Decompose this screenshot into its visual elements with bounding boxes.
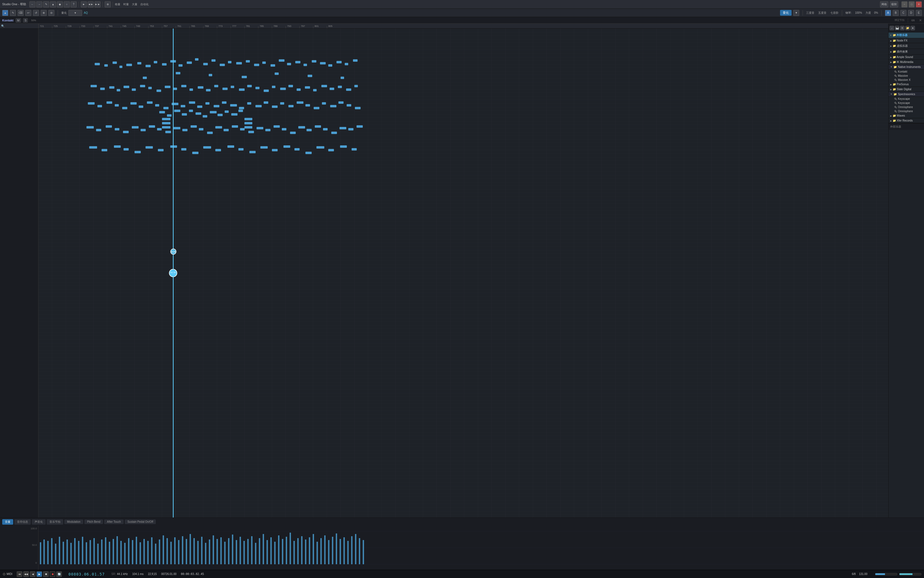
spectrasonics-section[interactable]: 📁 Spectrasonics — [888, 92, 924, 97]
piano-keys[interactable]: C5 C4 C3 C2 G5 — [0, 29, 38, 518]
pointer-btn[interactable]: ▲ — [50, 2, 56, 7]
virtual-inst-section[interactable]: 📁 虚拟乐器 — [888, 43, 924, 49]
tab-velocity[interactable]: 音量 — [2, 519, 13, 524]
arrow-tool[interactable]: ▲ — [2, 10, 8, 16]
ample-sound-section[interactable]: 📁 Ample Sound — [888, 55, 924, 60]
effects-section[interactable]: 📁 插件效果 — [888, 49, 924, 55]
transport-rewind[interactable]: ⏮ — [17, 572, 22, 577]
tab-sustain[interactable]: Sustain Pedal On/Off — [125, 520, 156, 524]
svg-rect-237 — [261, 146, 268, 148]
svg-rect-89 — [179, 64, 183, 67]
browser-icon-1[interactable]: ♪ — [890, 26, 894, 30]
grid-btn[interactable]: 网格 — [880, 2, 888, 7]
track-close-btn[interactable]: ✕ — [919, 18, 922, 22]
ik-icon: 📁 — [893, 60, 896, 63]
svg-rect-145 — [97, 105, 102, 107]
omnisphere-item2[interactable]: 🔌 Omnisphere — [888, 109, 924, 113]
keyscape-item1[interactable]: 🔌 Keyscape — [888, 97, 924, 101]
erase-tool[interactable]: ⌫ — [18, 10, 24, 16]
virtual-label: 虚拟乐器 — [897, 44, 908, 47]
quantize-dropdown[interactable]: ▼ — [68, 10, 82, 16]
tab-aftertouch[interactable]: After Touch — [104, 520, 123, 524]
note-B[interactable]: B — [893, 10, 899, 16]
ik-multimedia-section[interactable]: 📁 IK Multimedia — [888, 60, 924, 65]
quantize-apply-btn[interactable]: 量化 — [780, 10, 791, 16]
eraser-btn[interactable]: ◆ — [57, 2, 63, 7]
tab-beat[interactable]: 音乐节拍 — [47, 519, 63, 524]
note-A[interactable]: A — [885, 10, 891, 16]
svg-rect-79 — [95, 63, 100, 65]
solo-btn[interactable]: S — [23, 18, 28, 23]
svg-rect-201 — [191, 125, 197, 128]
help-btn[interactable]: ? — [71, 2, 77, 7]
forward-btn[interactable]: → — [36, 2, 42, 7]
snap-btn[interactable]: 吸附 — [890, 2, 898, 7]
transport-record[interactable]: ⏺ — [50, 572, 55, 577]
minimize-btn[interactable]: − — [901, 2, 908, 7]
zoom-btn[interactable]: ⊕ — [105, 2, 111, 7]
note-C[interactable]: C — [900, 10, 906, 16]
quantize-more-btn[interactable]: ▼ — [793, 10, 799, 16]
back-btn[interactable]: ← — [29, 2, 36, 7]
playhead[interactable]: 01:50 — [173, 29, 174, 518]
native-inst-section[interactable]: 📁 Native Instruments — [888, 65, 924, 70]
tab-note-info[interactable]: 音符信息 — [14, 519, 31, 524]
massive-x-item[interactable]: 🔌 Massive X — [888, 78, 924, 82]
node-fx-section[interactable]: 📁 Node FX — [888, 38, 924, 43]
omnisphere-item1[interactable]: 🔌 Omnisphere — [888, 105, 924, 109]
playhead-circle[interactable]: 01:50 — [170, 248, 176, 255]
play-btn[interactable]: ► — [81, 2, 87, 7]
transport-stop[interactable]: ⏹ — [43, 572, 49, 577]
xfer-section[interactable]: 📁 Xfer Records — [888, 118, 924, 123]
piano-grid-container[interactable]: 721 725 729 733 737 741 745 — [39, 24, 888, 518]
svg-rect-292 — [139, 542, 141, 564]
draw-tool[interactable]: ✎ — [10, 10, 16, 16]
window-controls: − □ ✕ — [901, 2, 922, 7]
undo-tool[interactable]: ↩ — [25, 10, 31, 16]
maximize-btn[interactable]: □ — [909, 2, 915, 7]
tab-pitch-bend[interactable]: Pitch Bend — [84, 520, 103, 524]
close-btn[interactable]: ✕ — [916, 2, 922, 7]
redo-tool[interactable]: ↺ — [33, 10, 39, 16]
browser-icon-5[interactable]: ★ — [911, 26, 915, 30]
mute-btn[interactable]: M — [16, 18, 21, 23]
notes-area[interactable]: 01:50 01:50 — [39, 29, 888, 518]
svg-rect-282 — [101, 539, 102, 564]
transport-back[interactable]: ◀ — [30, 572, 36, 577]
zoom-in-tool[interactable]: ⊕ — [40, 10, 47, 16]
transport-play[interactable]: ▶ — [37, 572, 42, 577]
svg-rect-328 — [278, 536, 280, 564]
presonus-section[interactable]: 📁 PreSonus — [888, 82, 924, 87]
select-btn[interactable]: ○ — [64, 2, 70, 7]
fast-forward-btn[interactable]: ►► — [94, 2, 100, 7]
tab-modulation[interactable]: Modulation — [64, 520, 83, 524]
velocity-bars-panel[interactable] — [39, 526, 924, 570]
status-tempo: 6/8 131.00 — [852, 573, 868, 576]
keyscape-item2[interactable]: 🔌 Keyscape — [888, 101, 924, 105]
svg-rect-283 — [105, 537, 106, 564]
note-E[interactable]: E — [916, 10, 922, 16]
tab-audio[interactable]: 声音化 — [32, 519, 45, 524]
spec-icon: 📁 — [893, 93, 897, 96]
svg-rect-334 — [301, 536, 303, 564]
vel-min-label: 0 — [36, 562, 37, 564]
svg-rect-288 — [124, 543, 126, 564]
browser-icon-2[interactable]: 🎹 — [895, 26, 899, 30]
transport-prev[interactable]: ◀◀ — [23, 572, 29, 577]
loop-btn[interactable]: ◄► — [87, 2, 94, 7]
svg-rect-240 — [295, 148, 299, 150]
zoom-out-tool[interactable]: ⊖ — [49, 10, 54, 16]
pencil-btn[interactable]: ✎ — [43, 2, 49, 7]
svg-rect-216 — [315, 125, 321, 128]
browser-icon-3[interactable]: ⚙ — [900, 26, 905, 30]
slate-digital-section[interactable]: 📁 Slate Digital — [888, 87, 924, 92]
massive-item[interactable]: 🔌 Massive — [888, 74, 924, 78]
svg-text:725: 725 — [53, 25, 58, 28]
transport-loop[interactable]: 🔄 — [56, 572, 62, 577]
waves-section[interactable]: 📁 Waves — [888, 113, 924, 118]
external-section[interactable]: 📁 外部乐器 — [888, 32, 924, 38]
note-D[interactable]: D — [908, 10, 914, 16]
kontakt-item[interactable]: 🔌 Kontakt — [888, 70, 924, 74]
svg-rect-220 — [348, 128, 353, 130]
browser-icon-4[interactable]: 📁 — [905, 26, 910, 30]
